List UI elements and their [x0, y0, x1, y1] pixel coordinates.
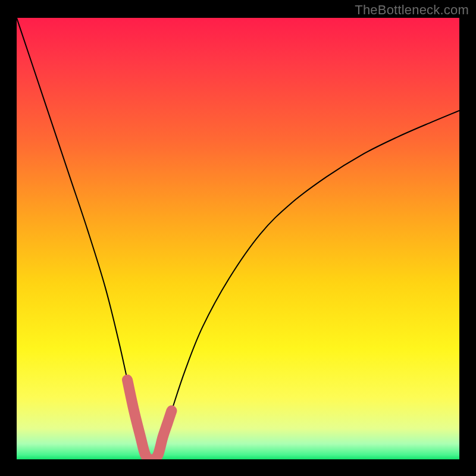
plot-area [17, 18, 459, 459]
gradient-background [17, 18, 459, 459]
chart-frame: TheBottleneck.com [0, 0, 476, 476]
watermark-text: TheBottleneck.com [355, 2, 469, 18]
bottleneck-curve-chart [17, 18, 459, 459]
